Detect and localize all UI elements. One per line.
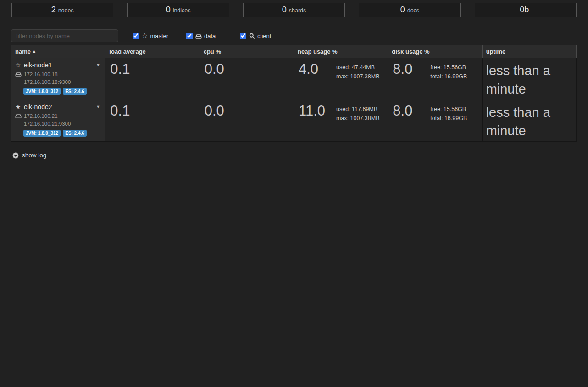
hard-drive-icon	[15, 113, 24, 119]
node-name-cell: ★ elk-node2 ▼ 172.16.100.21 172.16.100.2…	[11, 100, 105, 142]
hard-drive-icon	[195, 33, 202, 39]
cpu-value: 0.0	[200, 100, 224, 119]
disk-percent-value: 8.0	[388, 100, 430, 123]
heap-max-value: max: 1007.38MB	[336, 114, 380, 123]
column-header-uptime[interactable]: uptime	[482, 45, 576, 58]
shards-label: shards	[289, 6, 306, 14]
uptime-value: less than a minute	[482, 58, 576, 100]
disk-usage-cell: 8.0 free: 15.56GB total: 16.99GB	[388, 58, 482, 100]
heap-percent-value: 4.0	[294, 58, 336, 81]
chevron-down-icon[interactable]: ▼	[96, 105, 101, 109]
disk-percent-value: 8.0	[388, 58, 430, 81]
size-value: 0b	[520, 5, 529, 15]
stat-box-docs: 0 docs	[359, 3, 460, 17]
column-header-load-average[interactable]: load average	[105, 45, 200, 58]
heap-percent-value: 11.0	[294, 100, 336, 123]
star-filled-icon: ★	[15, 103, 24, 111]
node-name-cell: ☆ elk-node1 ▼ 172.16.100.18 172.16.100.1…	[11, 58, 105, 100]
docs-count: 0	[400, 5, 405, 15]
load-average-value: 0.1	[105, 100, 130, 119]
es-version-badge: ES: 2.4.6	[63, 130, 87, 137]
node-ip: 172.16.100.21	[24, 113, 58, 119]
search-icon	[249, 33, 255, 39]
nodes-table: name▲ load average cpu % heap usage % di…	[11, 45, 577, 142]
jvm-version-badge: JVM: 1.8.0_312	[23, 88, 61, 95]
chevron-down-icon[interactable]: ▼	[96, 63, 101, 67]
es-version-badge: ES: 2.4.6	[63, 88, 87, 95]
master-label: master	[150, 33, 168, 39]
cpu-cell: 0.0	[200, 58, 294, 100]
sort-ascending-icon: ▲	[32, 49, 36, 54]
filter-nodes-input[interactable]	[11, 29, 118, 42]
column-header-cpu[interactable]: cpu %	[200, 45, 294, 58]
filter-data-toggle[interactable]: data	[186, 33, 240, 39]
load-average-cell: 0.1	[105, 100, 200, 142]
show-log-button[interactable]: show log	[12, 152, 46, 159]
cluster-stats-row: 2 nodes 0 indices 0 shards 0 docs 0b	[11, 3, 577, 17]
shards-count: 0	[282, 5, 287, 15]
indices-count: 0	[166, 5, 171, 15]
node-name: elk-node2	[24, 103, 52, 111]
jvm-version-badge: JVM: 1.8.0_312	[23, 130, 61, 137]
nodes-label: nodes	[58, 6, 74, 14]
disk-usage-cell: 8.0 free: 15.56GB total: 16.99GB	[388, 100, 482, 142]
disk-free-value: free: 15.56GB	[430, 105, 467, 114]
nodes-table-header: name▲ load average cpu % heap usage % di…	[11, 45, 577, 58]
indices-label: indices	[173, 6, 191, 14]
data-label: data	[204, 33, 216, 39]
client-label: client	[257, 33, 271, 39]
node-transport-address: 172.16.100.21:9300	[24, 121, 101, 127]
disk-free-value: free: 15.56GB	[430, 63, 467, 72]
table-row-elk-node2: ★ elk-node2 ▼ 172.16.100.21 172.16.100.2…	[11, 100, 577, 142]
show-log-label: show log	[22, 152, 46, 159]
column-header-name[interactable]: name▲	[11, 45, 105, 58]
heap-usage-cell: 4.0 used: 47.44MB max: 1007.38MB	[294, 58, 388, 100]
stat-box-size: 0b	[475, 3, 577, 17]
heap-max-value: max: 1007.38MB	[336, 72, 380, 81]
stat-box-nodes: 2 nodes	[11, 3, 113, 17]
heap-used-value: used: 117.69MB	[336, 105, 380, 114]
nodes-table-body: ☆ elk-node1 ▼ 172.16.100.18 172.16.100.1…	[11, 58, 577, 142]
star-icon: ☆	[142, 33, 148, 39]
node-transport-address: 172.16.100.18:9300	[24, 79, 101, 85]
stat-box-shards: 0 shards	[243, 3, 345, 17]
docs-label: docs	[407, 6, 419, 14]
data-checkbox[interactable]	[186, 33, 193, 39]
node-ip: 172.16.100.18	[24, 72, 58, 77]
nodes-count: 2	[51, 5, 56, 15]
circle-chevron-down-icon	[12, 152, 19, 159]
stat-box-indices: 0 indices	[127, 3, 229, 17]
column-header-heap-usage[interactable]: heap usage %	[294, 45, 388, 58]
disk-total-value: total: 16.99GB	[430, 72, 467, 81]
table-row-elk-node1: ☆ elk-node1 ▼ 172.16.100.18 172.16.100.1…	[11, 58, 577, 100]
node-name: elk-node1	[24, 61, 52, 69]
star-outline-icon: ☆	[15, 61, 24, 69]
hard-drive-icon	[15, 71, 24, 77]
filter-row: ☆ master data client	[11, 29, 577, 42]
heap-usage-cell: 11.0 used: 117.69MB max: 1007.38MB	[294, 100, 388, 142]
load-average-value: 0.1	[105, 58, 130, 77]
column-header-disk-usage[interactable]: disk usage %	[388, 45, 482, 58]
column-name-label: name	[15, 48, 31, 55]
heap-used-value: used: 47.44MB	[336, 63, 380, 72]
disk-total-value: total: 16.99GB	[430, 114, 467, 123]
filter-master-toggle[interactable]: ☆ master	[133, 33, 186, 39]
filter-client-toggle[interactable]: client	[240, 33, 294, 39]
master-checkbox[interactable]	[133, 33, 139, 39]
cpu-value: 0.0	[200, 58, 224, 77]
client-checkbox[interactable]	[240, 33, 246, 39]
cpu-cell: 0.0	[200, 100, 294, 142]
load-average-cell: 0.1	[105, 58, 200, 100]
uptime-value: less than a minute	[482, 100, 576, 142]
